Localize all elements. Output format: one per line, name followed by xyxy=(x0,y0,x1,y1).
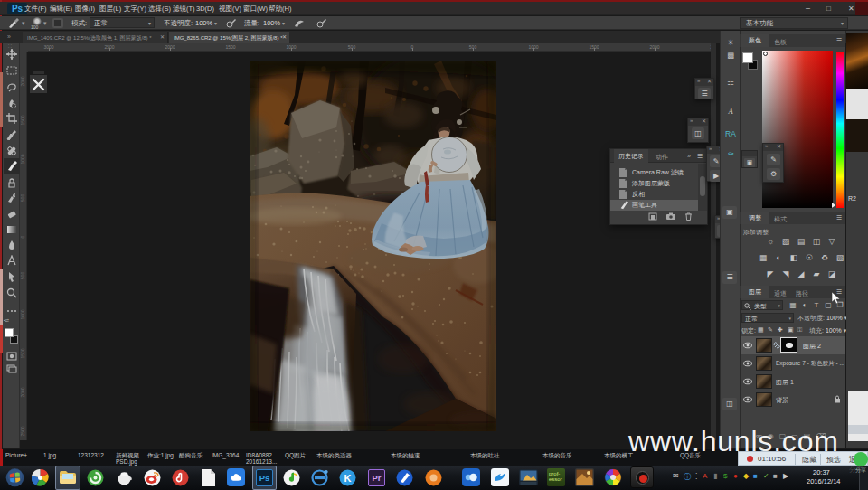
svg-text:K: K xyxy=(344,473,352,484)
